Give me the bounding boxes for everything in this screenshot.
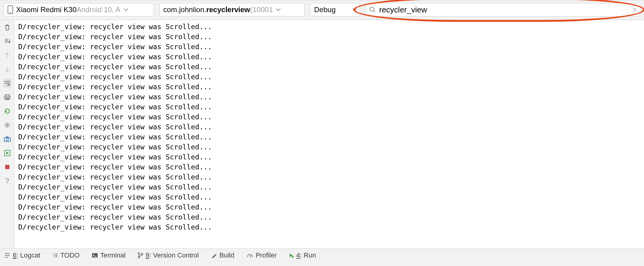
down-arrow-icon[interactable]	[3, 65, 12, 73]
help-icon[interactable]: ?	[3, 177, 12, 185]
search-field-wrapper: ✕	[365, 3, 640, 16]
log-line: D/recycler_view: recycler view was Scrol…	[18, 192, 644, 202]
tab-profiler[interactable]: Profiler	[245, 251, 279, 259]
chevron-down-icon	[123, 8, 128, 11]
svg-point-1	[10, 12, 11, 13]
tab-terminal[interactable]: Terminal	[90, 251, 127, 259]
hammer-icon	[211, 252, 217, 258]
device-os: Android 10, A	[77, 5, 120, 14]
stop-icon[interactable]	[3, 163, 12, 171]
log-line: D/recycler_view: recycler view was Scrol…	[18, 182, 644, 192]
svg-point-7	[6, 124, 8, 126]
tab-build-label: Build	[220, 251, 234, 259]
svg-line-16	[250, 255, 251, 257]
log-line: D/recycler_view: recycler view was Scrol…	[18, 32, 644, 42]
tab-run-mnemonic: 4	[296, 251, 300, 259]
log-line: D/recycler_view: recycler view was Scrol…	[18, 92, 644, 102]
logcat-body: ? D/recycler_view: recycler view was Scr…	[0, 20, 644, 248]
tool-window-bar: 6: Logcat TODO Terminal 9: Version Contr…	[0, 248, 644, 262]
logcat-filter-bar: Xiaomi Redmi K30 Android 10, A com.johnl…	[0, 0, 644, 20]
log-level-label: Debug	[314, 5, 336, 14]
todo-icon	[53, 253, 58, 258]
log-line: D/recycler_view: recycler view was Scrol…	[18, 122, 644, 132]
device-name: Xiaomi Redmi K30	[16, 5, 77, 14]
log-line: D/recycler_view: recycler view was Scrol…	[18, 52, 644, 62]
gauge-icon	[247, 253, 253, 258]
terminal-icon	[92, 253, 98, 258]
chevron-down-icon	[352, 8, 357, 11]
log-line: D/recycler_view: recycler view was Scrol…	[18, 42, 644, 52]
svg-rect-11	[5, 165, 9, 169]
tab-build[interactable]: Build	[209, 251, 236, 259]
trash-icon[interactable]	[3, 23, 12, 32]
play-icon	[289, 253, 294, 258]
tab-version-control[interactable]: 9: Version Control	[136, 251, 201, 259]
process-selector[interactable]: com.johnlion.recyclerview (10001	[159, 3, 305, 16]
log-line: D/recycler_view: recycler view was Scrol…	[18, 162, 644, 172]
log-line: D/recycler_view: recycler view was Scrol…	[18, 142, 644, 152]
tab-profiler-label: Profiler	[256, 251, 277, 259]
tab-run[interactable]: 4: Run	[287, 251, 318, 259]
log-line: D/recycler_view: recycler view was Scrol…	[18, 212, 644, 222]
svg-point-9	[6, 138, 9, 141]
search-icon	[369, 6, 376, 13]
search-input[interactable]	[379, 5, 630, 15]
svg-point-17	[292, 256, 294, 258]
log-line: D/recycler_view: recycler view was Scrol…	[18, 172, 644, 182]
log-output[interactable]: D/recycler_view: recycler view was Scrol…	[15, 20, 644, 248]
log-line: D/recycler_view: recycler view was Scrol…	[18, 82, 644, 92]
tab-logcat[interactable]: 6: Logcat	[2, 251, 42, 259]
scroll-to-end-icon[interactable]	[3, 37, 12, 46]
tab-run-label: : Run	[300, 251, 316, 259]
tab-todo[interactable]: TODO	[51, 251, 81, 259]
tab-vcs-mnemonic: 9	[146, 251, 149, 259]
svg-point-14	[138, 256, 140, 258]
log-line: D/recycler_view: recycler view was Scrol…	[18, 152, 644, 162]
tab-vcs-label: : Version Control	[149, 251, 199, 259]
log-line: D/recycler_view: recycler view was Scrol…	[18, 112, 644, 122]
tab-todo-label: TODO	[61, 251, 80, 259]
log-level-selector[interactable]: Debug	[310, 3, 360, 16]
branch-icon	[138, 252, 143, 258]
svg-rect-12	[92, 253, 98, 257]
device-selector[interactable]: Xiaomi Redmi K30 Android 10, A	[4, 3, 154, 16]
logcat-icon	[4, 253, 10, 258]
tab-logcat-label: : Logcat	[16, 251, 40, 259]
tab-logcat-mnemonic: 6	[13, 251, 16, 259]
run-icon[interactable]	[3, 149, 12, 157]
settings-icon[interactable]	[3, 121, 12, 129]
svg-point-2	[370, 7, 374, 11]
log-line: D/recycler_view: recycler view was Scrol…	[18, 62, 644, 72]
log-line: D/recycler_view: recycler view was Scrol…	[18, 132, 644, 142]
clear-icon[interactable]: ✕	[632, 6, 637, 13]
log-line: D/recycler_view: recycler view was Scrol…	[18, 102, 644, 112]
log-line: D/recycler_view: recycler view was Scrol…	[18, 22, 644, 32]
screenshot-icon[interactable]	[3, 135, 12, 143]
log-line: D/recycler_view: recycler view was Scrol…	[18, 222, 644, 232]
svg-line-3	[373, 11, 375, 12]
process-pkg-prefix: com.johnlion.	[163, 5, 206, 14]
phone-icon	[8, 5, 13, 14]
up-arrow-icon[interactable]	[3, 51, 12, 60]
svg-point-15	[141, 253, 143, 255]
soft-wrap-icon[interactable]	[3, 79, 12, 87]
logcat-search-box[interactable]: ✕	[365, 3, 640, 16]
tab-terminal-label: Terminal	[100, 251, 126, 259]
restart-icon[interactable]	[3, 107, 12, 115]
logcat-side-toolbar: ?	[0, 20, 15, 248]
log-line: D/recycler_view: recycler view was Scrol…	[18, 72, 644, 82]
svg-point-13	[138, 253, 140, 254]
chevron-down-icon	[276, 8, 281, 11]
process-pid: (10001	[250, 5, 273, 14]
print-icon[interactable]	[3, 93, 12, 101]
log-line: D/recycler_view: recycler view was Scrol…	[18, 202, 644, 212]
process-pkg-name: recyclerview	[206, 5, 250, 14]
